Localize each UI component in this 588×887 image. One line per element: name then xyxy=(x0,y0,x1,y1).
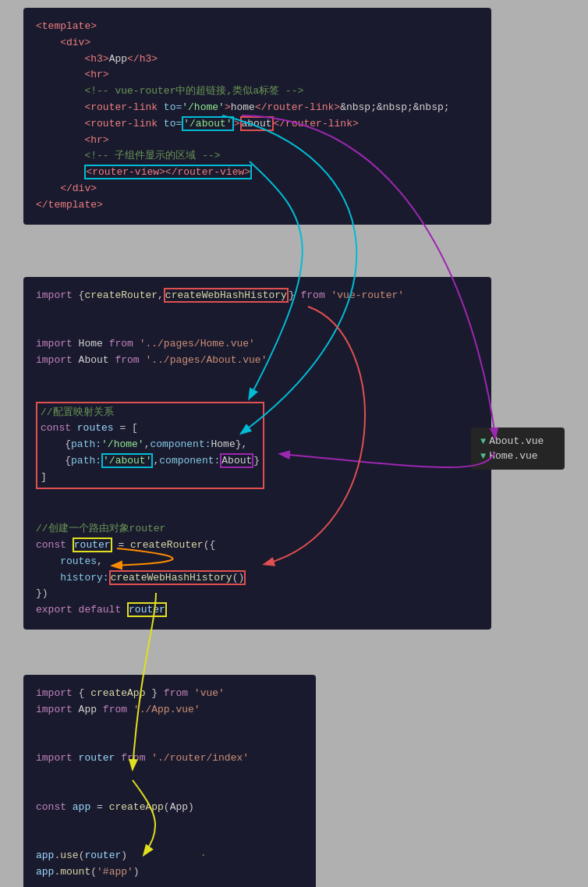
file-tree-panel: ▼ About.vue ▼ Home.vue xyxy=(471,428,565,470)
code-block-main: import { createApp } from 'vue' import A… xyxy=(23,675,316,887)
file-label-about: About.vue xyxy=(489,435,544,447)
vue-icon-home: ▼ xyxy=(480,451,486,462)
code-block-router: import {createRouter,createWebHashHistor… xyxy=(23,277,491,630)
code-block-template: <template> <div> <h3>App</h3> <hr> <!-- … xyxy=(23,8,491,225)
file-label-home: Home.vue xyxy=(489,450,537,462)
file-item-about[interactable]: ▼ About.vue xyxy=(480,434,555,449)
vue-icon-about: ▼ xyxy=(480,436,486,447)
file-item-home[interactable]: ▼ Home.vue xyxy=(480,449,555,463)
